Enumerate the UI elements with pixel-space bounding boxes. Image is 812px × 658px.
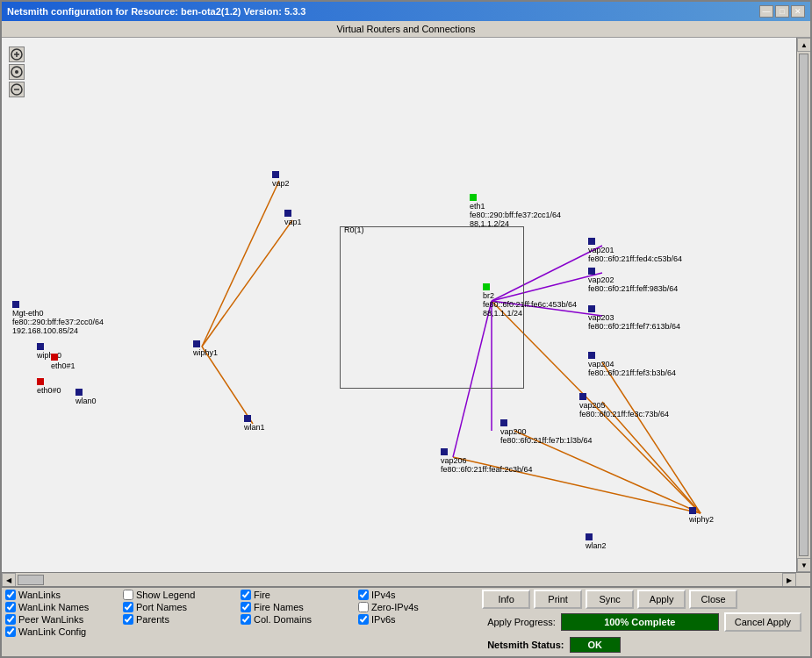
status-row: Netsmith Status: OK [482,635,807,654]
checkbox-wanlink-config[interactable]: WanLink Config [5,626,119,637]
node-vap205[interactable]: vap205fe80::6f0:21ff:fe3c:73b/64 [579,393,669,418]
node-label-eth1: eth1fe80::290:bff:fe37:2cc1/6488,1.1.2/2… [470,202,561,228]
zoom-in-button[interactable] [9,46,25,62]
node-eth0-1[interactable]: eth0#1 [51,354,75,370]
svg-line-9 [202,347,253,424]
checkbox-wanlink-config-label: WanLink Config [18,626,86,637]
close-button[interactable]: ✕ [791,5,805,18]
scroll-down-button[interactable]: ▼ [797,558,810,572]
node-wlan0[interactable]: wlan0 [75,389,97,405]
diagram-title: Virtual Routers and Connections [2,21,810,38]
close-button-main[interactable]: Close [689,590,737,609]
node-label-vap204: vap204fe80::6f0:21ff:fef3:b3b/64 [588,360,676,377]
checkbox-col-1: WanLinks WanLink Names Peer WanLinks [5,590,119,654]
minimize-button[interactable]: — [759,5,773,18]
node-wiphy1[interactable]: wiphy1 [193,340,218,357]
checkbox-parents[interactable]: Parents [123,614,237,625]
node-label-eth0-0: eth0#0 [37,386,61,395]
checkbox-zero-ipv4s[interactable]: Zero-IPv4s [358,602,472,612]
node-dot-vap203 [588,305,595,312]
scroll-up-button[interactable]: ▲ [797,38,810,52]
checkbox-show-legend[interactable]: Show Legend [123,590,237,600]
scroll-thumb-v[interactable] [799,54,808,556]
checkbox-col-2: Show Legend Port Names Parents [123,590,237,654]
checkbox-port-names[interactable]: Port Names [123,602,237,612]
checkbox-wanlink-config-input[interactable] [5,626,16,637]
checkbox-wanlinks-input[interactable] [5,590,16,600]
print-button[interactable]: Print [534,590,582,609]
checkbox-col-domains[interactable]: Col. Domains [241,614,355,625]
checkbox-ipv6s-input[interactable] [358,614,369,625]
checkbox-ipv6s[interactable]: IPv6s [358,614,472,625]
checkbox-col-domains-input[interactable] [241,614,251,625]
checkbox-show-legend-input[interactable] [123,590,133,600]
node-vap201[interactable]: vap201fe80::6f0:21ff:fed4:c53b/64 [588,238,682,263]
zoom-out-button[interactable] [9,82,25,97]
node-dot-wlan2 [586,533,593,540]
node-label-mgt-eth0: Mgt-eth0fe80::290:bff:fe37:2cc0/64192.16… [12,309,104,335]
node-wlan2[interactable]: wlan2 [586,533,607,550]
checkbox-fire-names[interactable]: Fire Names [241,602,355,612]
checkbox-peer-wanlinks-input[interactable] [5,614,16,625]
maximize-button[interactable]: □ [775,5,789,18]
checkbox-parents-input[interactable] [123,614,133,625]
checkbox-zero-ipv4s-label: Zero-IPv4s [371,602,419,612]
checkbox-col-4: IPv4s Zero-IPv4s IPv6s [358,590,472,654]
checkbox-port-names-input[interactable] [123,602,133,612]
checkbox-fire-names-label: Fire Names [254,602,304,612]
bottom-controls: WanLinks WanLink Names Peer WanLinks [2,588,810,656]
checkbox-fire-names-input[interactable] [241,602,251,612]
node-dot-vap1 [284,210,291,217]
scroll-thumb-h[interactable] [18,575,44,585]
checkbox-fire[interactable]: Fire [241,590,355,600]
apply-button[interactable]: Apply [637,590,686,609]
node-dot-br2 [483,283,490,290]
checkbox-wanlinks[interactable]: WanLinks [5,590,119,600]
cancel-apply-button[interactable]: Cancel Apply [724,612,801,632]
checkbox-fire-input[interactable] [241,590,251,600]
zoom-fit-button[interactable] [9,64,25,80]
node-mgt-eth0[interactable]: Mgt-eth0fe80::290:bff:fe37:2cc0/64192.16… [12,301,104,335]
node-eth1[interactable]: eth1fe80::290:bff:fe37:2cc1/6488,1.1.2/2… [470,194,561,228]
node-label-wlan2: wlan2 [586,541,607,550]
progress-row: Apply Progress: 100% Complete Cancel App… [482,611,807,633]
netsmith-status-label: Netsmith Status: [487,640,564,650]
node-br2[interactable]: br2fe80::6f0:21ff:fe6c:453b/6488,1.1.1/2… [483,283,577,318]
checkbox-ipv4s[interactable]: IPv4s [358,590,472,600]
node-vap203[interactable]: vap203fe80::6f0:21ff:fef7:613b/64 [588,305,680,331]
checkbox-wanlink-names[interactable]: WanLink Names [5,602,119,612]
checkbox-wanlink-names-input[interactable] [5,602,16,612]
scroll-left-button[interactable]: ◀ [2,573,16,587]
node-vap2[interactable]: vap2 [272,171,290,188]
scroll-right-button[interactable]: ▶ [782,573,796,587]
node-eth0-0[interactable]: eth0#0 [37,378,61,395]
node-label-eth0-1: eth0#1 [51,361,75,370]
info-button[interactable]: Info [482,590,530,609]
node-vap1[interactable]: vap1 [284,210,302,226]
checkbox-ipv4s-input[interactable] [358,590,369,600]
node-label-vap200: vap200fe80::6f0:21ff:fe7b:1l3b/64 [500,427,592,445]
node-dot-vap201 [588,238,595,245]
node-dot-vap200 [500,419,507,426]
node-wlan1[interactable]: wlan1 [244,415,265,432]
svg-line-8 [202,220,292,347]
node-vap202[interactable]: vap202fe80::6f0:21ff:feff:983b/64 [588,268,678,293]
main-area: Virtual Routers and Connections [2,21,810,656]
node-label-vap201: vap201fe80::6f0:21ff:fed4:c53b/64 [588,246,682,263]
node-vap200[interactable]: vap200fe80::6f0:21ff:fe7b:1l3b/64 [500,419,592,445]
node-dot-wlan1 [244,415,251,422]
svg-point-4 [15,70,18,74]
btn-row-top: Info Print Sync Apply Close [482,590,807,609]
diagram-canvas[interactable]: R0(1) eth1fe80::290:bff:fe37:2cc1/6488,1… [2,38,796,572]
checkbox-peer-wanlinks[interactable]: Peer WanLinks [5,614,119,625]
checkbox-zero-ipv4s-input[interactable] [358,602,369,612]
node-wiphy2[interactable]: wiphy2 [689,507,714,524]
vertical-scrollbar[interactable]: ▲ ▼ [796,38,810,572]
node-label-br2: br2fe80::6f0:21ff:fe6c:453b/6488,1.1.1/2… [483,291,577,318]
sync-button[interactable]: Sync [586,590,634,609]
checkbox-ipv4s-label: IPv4s [371,590,396,600]
progress-bar: 100% Complete [561,613,719,631]
horizontal-scrollbar[interactable] [16,573,782,586]
node-vap206[interactable]: vap206fe80::6f0:21ff:feaf:2c3b/64 [441,448,532,474]
node-vap204[interactable]: vap204fe80::6f0:21ff:fef3:b3b/64 [588,352,676,377]
